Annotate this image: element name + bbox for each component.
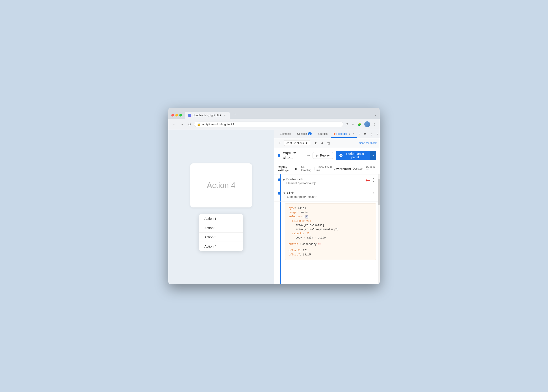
menu-button[interactable]: ⋮ <box>372 122 377 127</box>
step-content-1: Double click Element "[role="main"]" <box>286 177 364 185</box>
environment-values: Desktop | 458×566 px <box>353 166 376 172</box>
red-arrow-1: ⬅ <box>365 177 371 184</box>
code-offsety-key: offsetY <box>288 253 300 256</box>
recorder-close-icon[interactable]: × <box>352 132 354 135</box>
user-avatar <box>364 121 370 127</box>
maximize-traffic-light[interactable] <box>179 114 182 117</box>
profile-button[interactable] <box>363 120 371 128</box>
select-dropdown-icon: ▼ <box>305 141 308 145</box>
close-traffic-light[interactable] <box>171 114 174 117</box>
export-button[interactable]: ⬆ <box>313 140 318 146</box>
devtools-close-button[interactable]: × <box>375 132 380 137</box>
traffic-lights <box>171 114 182 119</box>
environment-section: Environment Desktop | 458×566 px <box>333 166 376 172</box>
steps-area: ▶ Double click Element "[role="main"]" ⬅… <box>274 175 380 284</box>
context-menu: Action 1 Action 2 Action 3 Action 4 <box>199 214 243 251</box>
tab-close-button[interactable]: × <box>223 113 227 117</box>
replay-button[interactable]: ▷ Replay <box>313 152 333 159</box>
throttling-value: No throttling <box>301 166 313 172</box>
step-subtitle-2: Element "[role="main"]" <box>287 195 371 198</box>
forward-button[interactable]: → <box>179 121 185 127</box>
env-separator: | <box>364 167 365 170</box>
action4-card: Action 4 <box>190 163 252 207</box>
replay-play-icon: ▷ <box>316 154 319 157</box>
recorder-recording-dot <box>334 133 336 135</box>
devtools-panel: Elements Console 1 Sources Recorder ▲ × … <box>274 130 380 284</box>
import-button[interactable]: ⬇ <box>319 140 325 146</box>
performance-panel-dropdown-button[interactable]: ▼ <box>370 151 376 160</box>
active-tab[interactable]: double click, right click × <box>185 112 230 119</box>
performance-panel-icon: ⊙ <box>339 154 343 157</box>
browser-window: double click, right click × + ⌄ ← → ↺ 🔒 … <box>168 108 380 284</box>
timeout-value: Timeout: 5000 ms <box>316 166 334 172</box>
replay-settings-left: Replay settings ▶ No throttling Timeout:… <box>278 165 333 172</box>
code-target-key: target <box>288 211 298 214</box>
environment-label: Environment <box>333 167 351 170</box>
recording-title: capture clicks <box>283 151 305 160</box>
back-button[interactable]: ← <box>171 121 177 127</box>
tab-recorder[interactable]: Recorder ▲ × <box>330 131 357 138</box>
step-more-1[interactable]: ⋮ <box>371 177 376 182</box>
code-offsetx-value: 171 <box>303 249 308 252</box>
settings-separator <box>299 167 299 170</box>
menu-item-action4[interactable]: Action 4 <box>199 242 243 251</box>
reload-button[interactable]: ↺ <box>187 121 192 127</box>
tab-elements[interactable]: Elements <box>277 131 294 138</box>
performance-panel-button[interactable]: ⊙ Performance panel <box>336 151 370 160</box>
replay-settings-title[interactable]: Replay settings ▶ <box>278 165 297 172</box>
send-feedback-link[interactable]: Send feedback <box>359 142 377 145</box>
step-expand-icon-1[interactable]: ▶ <box>283 178 285 181</box>
step-expand-icon-2[interactable]: ▼ <box>283 192 286 195</box>
scrollbar-thumb <box>378 179 380 205</box>
webpage-content: Action 4 Action 1 Action 2 Action 3 Acti… <box>168 157 274 258</box>
resolution-value: 458×566 px <box>366 166 376 172</box>
menu-item-action3[interactable]: Action 3 <box>199 232 243 242</box>
code-type-value: click <box>298 207 306 210</box>
address-bar[interactable]: 🔒 jec.fyi/demo/dbl-right-click <box>194 122 343 127</box>
share-button[interactable]: ⬆ <box>345 122 349 127</box>
devtools-tab-actions: » ⚙ ⋮ × <box>357 132 380 137</box>
code-button-key: button <box>288 242 298 246</box>
step-subtitle-1: Element "[role="main"]" <box>286 182 364 185</box>
step-click[interactable]: ▼ Click Element "[role="main"]" ⋮ <box>274 188 380 202</box>
tab-sources[interactable]: Sources <box>315 131 330 138</box>
step-dot-2 <box>278 192 280 195</box>
new-tab-button[interactable]: + <box>232 110 238 119</box>
navigation-bar: ← → ↺ 🔒 jec.fyi/demo/dbl-right-click ⬆ ☆… <box>168 119 380 130</box>
action4-text: Action 4 <box>207 181 235 190</box>
bookmark-button[interactable]: ☆ <box>351 122 355 127</box>
menu-item-action1[interactable]: Action 1 <box>199 214 243 223</box>
address-text: jec.fyi/demo/dbl-right-click <box>202 123 340 126</box>
replay-settings-bar: Replay settings ▶ No throttling Timeout:… <box>274 163 380 175</box>
code-aria1: aria/[role="main"] <box>295 224 324 227</box>
extensions-button[interactable]: 🧩 <box>357 122 362 127</box>
edit-title-icon[interactable]: ✏ <box>307 154 310 157</box>
tab-console[interactable]: Console 1 <box>294 131 315 138</box>
red-arrow-2: ⬅ <box>318 240 321 249</box>
step-click-group: ▼ Click Element "[role="main"]" ⋮ type: … <box>274 188 380 260</box>
devtools-more-button[interactable]: ⋮ <box>369 132 374 137</box>
delete-button[interactable]: 🗑 <box>326 140 332 146</box>
menu-item-action2[interactable]: Action 2 <box>199 223 243 232</box>
content-area: Action 4 Action 1 Action 2 Action 3 Acti… <box>168 130 380 284</box>
devtools-settings-button[interactable]: ⚙ <box>362 132 368 137</box>
code-body-selector: body > main > aside <box>295 236 326 239</box>
step-double-click[interactable]: ▶ Double click Element "[role="main"]" ⬅… <box>274 175 380 188</box>
code-selector1-key: selector #1: <box>292 220 311 223</box>
tab-chevron-icon[interactable]: ⌄ <box>374 113 377 119</box>
scrollbar[interactable] <box>378 175 380 284</box>
add-recording-button[interactable]: + <box>277 140 282 146</box>
more-tabs-button[interactable]: » <box>357 132 361 137</box>
minimize-traffic-light[interactable] <box>175 114 178 117</box>
code-selectors-key: selectors <box>288 215 303 219</box>
code-aria2: aria/[role="complementary"] <box>295 228 338 231</box>
step-title-1: Double click <box>286 177 364 181</box>
devtools-tabs: Elements Console 1 Sources Recorder ▲ × … <box>274 130 380 138</box>
recording-select[interactable]: capture clicks ▼ <box>284 140 310 146</box>
selector-recorder-icon: R <box>305 215 308 218</box>
code-button-value: secondary <box>302 242 316 246</box>
step-more-2[interactable]: ⋮ <box>371 191 376 196</box>
recorder-toolbar: + capture clicks ▼ ⬆ ⬇ 🗑 Send feedback <box>274 138 380 148</box>
webpage-area: Action 4 Action 1 Action 2 Action 3 Acti… <box>168 130 274 284</box>
code-target-value: main <box>301 211 308 214</box>
